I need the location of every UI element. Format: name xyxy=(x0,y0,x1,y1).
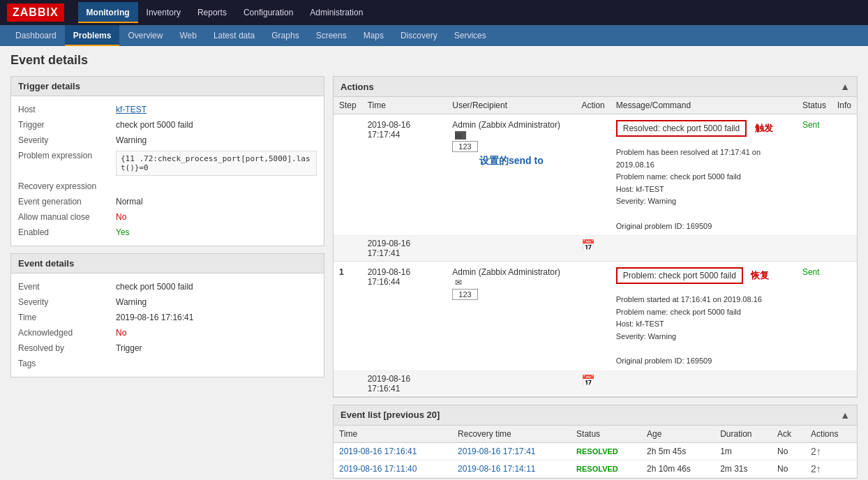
badge-1[interactable]: 123 xyxy=(452,289,477,300)
value-trigger: check port 5000 faild xyxy=(116,120,193,130)
value-event: check port 5000 faild xyxy=(116,282,193,292)
event-status-badge-1: RESOLVED xyxy=(576,465,618,473)
value-event-gen: Normal xyxy=(116,197,143,207)
col-info: Info xyxy=(832,97,857,114)
action-status-0: Sent xyxy=(797,114,832,236)
subnav-web[interactable]: Web xyxy=(171,25,204,46)
detail-msg-1: Problem started at 17:16:41 on 2019.08.1… xyxy=(616,294,791,368)
sep-msg-1 xyxy=(611,370,797,396)
event-details-body: Event check port 5000 faild Severity War… xyxy=(11,273,324,377)
actions-icon-1[interactable]: 2↑ xyxy=(811,463,821,474)
expression-content: {11 .72:check_process_port[port,5000].la… xyxy=(116,151,317,176)
label-tags: Tags xyxy=(18,359,116,368)
actions-table-header-row: Step Time User/Recipient Action Message/… xyxy=(334,97,857,114)
col-step: Step xyxy=(334,97,362,114)
collapse-actions-button[interactable]: ▲ xyxy=(840,81,850,92)
subnav-latest-data[interactable]: Latest data xyxy=(205,25,263,46)
action-time-1: 2019-08-16 17:16:44 xyxy=(362,262,447,371)
action-row-resolved: 2019-08-16 17:17:44 Admin (Zabbix Admini… xyxy=(334,114,857,236)
page-container: Event details Trigger details Host kf-TE… xyxy=(0,46,868,480)
top-nav-inventory[interactable]: Inventory xyxy=(138,2,189,23)
action-info-0 xyxy=(832,114,857,236)
event-ack-0: No xyxy=(772,442,805,460)
right-panel: Actions ▲ Step Time User/Recipient Actio… xyxy=(333,76,858,479)
trigger-label-0: 触发 xyxy=(755,123,773,133)
event-recovery-1: 2019-08-16 17:14:11 xyxy=(452,460,571,477)
value-expression: {11 .72:check_process_port[port,5000].la… xyxy=(116,151,317,176)
event-list-header: Event list [previous 20] ▲ xyxy=(334,405,857,426)
sep-status-1 xyxy=(797,370,832,396)
sent-status-1: Sent xyxy=(802,267,820,277)
value-event-severity: Warning xyxy=(116,297,147,307)
event-duration-1: 2m 31s xyxy=(714,460,772,477)
event-status-1: RESOLVED xyxy=(571,460,641,477)
subnav-maps[interactable]: Maps xyxy=(355,25,392,46)
label-expression: Problem expression xyxy=(18,151,116,160)
calendar-icon-0: 📅 xyxy=(581,239,595,251)
action-message-1: Problem: check port 5000 faild 恢复 Proble… xyxy=(611,262,797,371)
label-host: Host xyxy=(18,105,116,114)
sep-user-0 xyxy=(447,236,576,262)
detail-row-severity: Severity Warning xyxy=(18,133,317,148)
action-row-problem: 1 2019-08-16 17:16:44 Admin (Zabbix Admi… xyxy=(334,262,857,371)
subnav-overview[interactable]: Overview xyxy=(119,25,171,46)
action-user-name-0: Admin (Zabbix Administrator) xyxy=(452,120,560,130)
event-details-box: Event details Event check port 5000 fail… xyxy=(10,253,324,377)
content-wrapper: Trigger details Host kf-TEST Trigger che… xyxy=(10,76,858,479)
event-col-ack: Ack xyxy=(772,426,805,443)
action-info-1 xyxy=(832,262,857,371)
event-time-link-1[interactable]: 2019-08-16 17:11:40 xyxy=(339,464,417,474)
subnav-discovery[interactable]: Discovery xyxy=(392,25,446,46)
sub-navigation: Dashboard Problems Overview Web Latest d… xyxy=(0,25,868,46)
event-col-duration: Duration xyxy=(714,426,772,443)
badge-0[interactable]: 123 xyxy=(452,141,477,152)
event-recovery-link-1[interactable]: 2019-08-16 17:14:11 xyxy=(458,464,535,474)
col-user: User/Recipient xyxy=(447,97,576,114)
value-host[interactable]: kf-TEST xyxy=(116,105,147,114)
value-severity: Warning xyxy=(116,135,147,145)
top-nav-reports[interactable]: Reports xyxy=(189,2,235,23)
top-nav-administration[interactable]: Administration xyxy=(301,2,371,23)
trigger-details-box: Trigger details Host kf-TEST Trigger che… xyxy=(10,76,324,246)
subnav-graphs[interactable]: Graphs xyxy=(263,25,307,46)
top-nav-monitoring[interactable]: Monitoring xyxy=(78,2,138,23)
actions-title: Actions xyxy=(341,82,374,92)
logo: ZABBIX xyxy=(7,3,64,22)
event-details-header: Event details xyxy=(11,254,324,273)
collapse-event-list-button[interactable]: ▲ xyxy=(840,410,850,421)
event-age-0: 2h 5m 45s xyxy=(641,442,714,460)
trigger-details-body: Host kf-TEST Trigger check port 5000 fai… xyxy=(11,96,324,246)
col-action: Action xyxy=(576,97,610,114)
sep-info-1 xyxy=(832,370,857,396)
subnav-dashboard[interactable]: Dashboard xyxy=(7,25,65,46)
severity-badge: Warning xyxy=(116,135,147,145)
detail-row-tags: Tags xyxy=(18,356,317,371)
sent-status-0: Sent xyxy=(802,120,820,130)
label-ack: Acknowledged xyxy=(18,328,116,338)
event-time-link-0[interactable]: 2019-08-16 17:16:41 xyxy=(339,447,417,456)
detail-row-host: Host kf-TEST xyxy=(18,102,317,117)
label-time: Time xyxy=(18,313,116,322)
subnav-screens[interactable]: Screens xyxy=(308,25,355,46)
message-box-1: Problem: check port 5000 faild xyxy=(616,267,743,284)
subnav-problems[interactable]: Problems xyxy=(65,25,120,46)
detail-row-enabled: Enabled Yes xyxy=(18,225,317,240)
action-separator-1: 2019-08-16 17:16:41 📅 xyxy=(334,370,857,396)
detail-row-resolved-by: Resolved by Trigger xyxy=(18,340,317,356)
sep-info-0 xyxy=(832,236,857,262)
label-event-gen: Event generation xyxy=(18,197,116,207)
event-duration-0: 1m xyxy=(714,442,772,460)
event-recovery-link-0[interactable]: 2019-08-16 17:17:41 xyxy=(458,447,535,456)
actions-icon-0[interactable]: 2↑ xyxy=(811,446,821,457)
top-nav-configuration[interactable]: Configuration xyxy=(235,2,301,23)
sep-user-1 xyxy=(447,370,576,396)
detail-row-event: Event check port 5000 faild xyxy=(18,279,317,294)
sep-time-1: 2019-08-16 17:16:41 xyxy=(362,370,447,396)
subnav-services[interactable]: Services xyxy=(446,25,495,46)
label-manual-close: Allow manual close xyxy=(18,212,116,222)
detail-row-time: Time 2019-08-16 17:16:41 xyxy=(18,310,317,325)
action-time-0: 2019-08-16 17:17:44 xyxy=(362,114,447,236)
event-actions-0: 2↑ xyxy=(805,442,857,460)
message-box-0: Resolved: check port 5000 faild xyxy=(616,120,747,137)
sep-time-0: 2019-08-16 17:17:41 xyxy=(362,236,447,262)
